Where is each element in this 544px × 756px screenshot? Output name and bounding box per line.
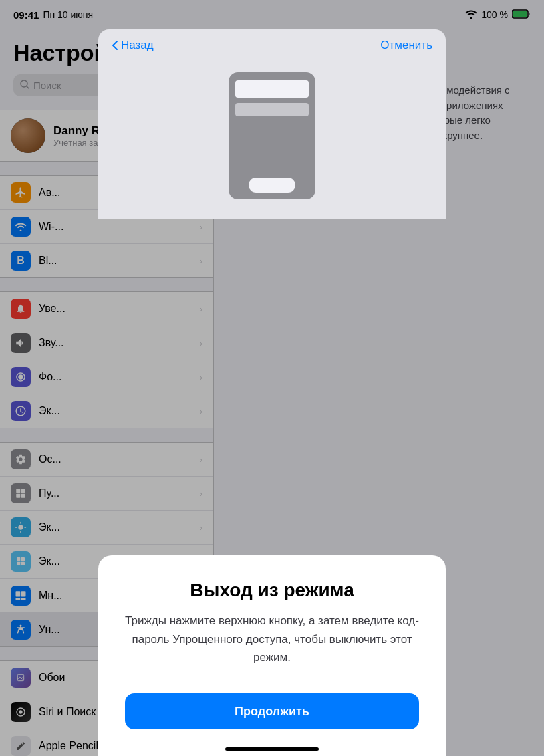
device-mockup [229, 72, 315, 199]
modal-overlay: Назад Отменить Выход из режима Трижды на… [0, 0, 544, 756]
home-indicator [225, 747, 319, 751]
sheet-cancel-button[interactable]: Отменить [380, 39, 432, 52]
setup-sheet-nav: Назад Отменить [98, 29, 446, 59]
modal-description: Трижды нажмите верхнюю кнопку, а затем в… [125, 612, 419, 666]
continue-button-label: Продолжить [235, 705, 309, 719]
exit-mode-modal: Выход из режима Трижды нажмите верхнюю к… [98, 555, 446, 756]
modal-title: Выход из режима [125, 580, 419, 601]
device-preview [98, 59, 446, 219]
continue-button[interactable]: Продолжить [125, 693, 419, 729]
mockup-home-button [249, 178, 295, 193]
mockup-bar2 [235, 103, 309, 116]
setup-sheet: Назад Отменить [98, 29, 446, 219]
sheet-back-button[interactable]: Назад [112, 39, 154, 52]
mockup-bar1 [235, 80, 309, 98]
